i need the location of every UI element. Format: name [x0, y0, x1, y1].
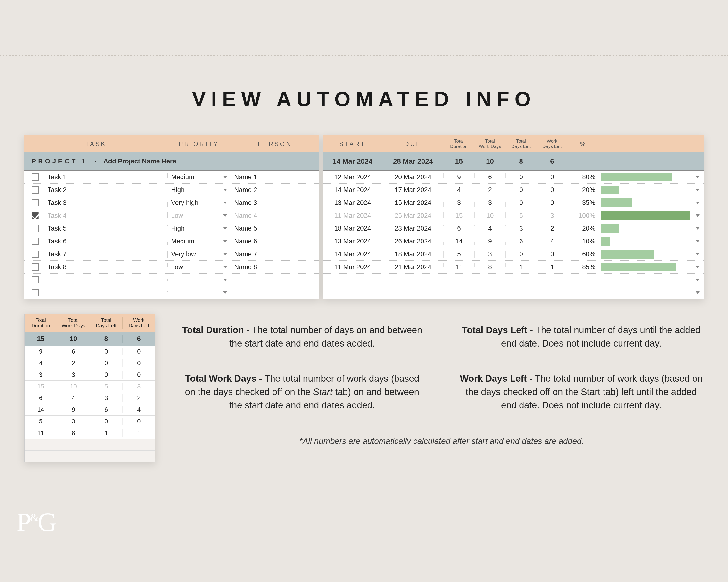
- checkbox[interactable]: [31, 225, 39, 232]
- start-cell[interactable]: 14 Mar 2024: [322, 186, 383, 194]
- task-cell[interactable]: Task 5: [46, 225, 167, 232]
- task-cell[interactable]: Task 1: [46, 173, 167, 181]
- priority-cell[interactable]: Medium: [167, 173, 231, 181]
- chevron-down-icon[interactable]: [223, 201, 227, 204]
- checkbox[interactable]: [31, 199, 39, 206]
- task-cell[interactable]: Task 8: [46, 264, 167, 271]
- project-work-days-left: 6: [537, 157, 568, 165]
- checkbox[interactable]: [31, 250, 39, 258]
- person-cell[interactable]: Name 3: [231, 199, 319, 206]
- total-duration-cell: 4: [443, 186, 474, 194]
- chevron-down-icon[interactable]: [696, 176, 700, 178]
- project-total-work-days: 10: [474, 157, 505, 165]
- chevron-down-icon[interactable]: [223, 227, 227, 230]
- explain-total-work-days: Total Work Days - The total number of wo…: [180, 372, 425, 412]
- task-cell[interactable]: Task 7: [46, 250, 167, 258]
- start-cell[interactable]: 18 Mar 2024: [322, 225, 383, 232]
- start-cell[interactable]: 14 Mar 2024: [322, 250, 383, 258]
- total-days-left-cell: 1: [505, 264, 537, 271]
- priority-cell[interactable]: Low: [167, 212, 231, 219]
- header-due: DUE: [383, 140, 443, 147]
- due-cell[interactable]: 17 Mar 2024: [383, 186, 443, 194]
- table-row: 11 Mar 2024 21 Mar 2024 11 8 1 1 85%: [322, 261, 704, 274]
- person-cell[interactable]: Name 2: [231, 186, 319, 194]
- project-sep: -: [95, 158, 97, 165]
- checkbox[interactable]: [31, 173, 39, 181]
- person-cell[interactable]: Name 7: [231, 250, 319, 258]
- chevron-down-icon[interactable]: [223, 253, 227, 255]
- priority-cell[interactable]: Medium: [167, 238, 231, 245]
- priority-cell[interactable]: Very low: [167, 250, 231, 258]
- chevron-down-icon[interactable]: [696, 266, 700, 268]
- chevron-down-icon[interactable]: [696, 227, 700, 230]
- chevron-down-icon[interactable]: [223, 214, 227, 217]
- person-cell[interactable]: Name 8: [231, 264, 319, 271]
- start-cell[interactable]: 11 Mar 2024: [322, 212, 383, 219]
- person-cell[interactable]: Name 4: [231, 212, 319, 219]
- mini-header: TotalDuration TotalWork Days TotalDays L…: [25, 314, 155, 332]
- person-cell[interactable]: Name 6: [231, 238, 319, 245]
- chevron-down-icon[interactable]: [696, 292, 700, 294]
- chevron-down-icon[interactable]: [223, 279, 227, 281]
- task-cell[interactable]: Task 6: [46, 238, 167, 245]
- priority-cell[interactable]: High: [167, 225, 231, 232]
- due-cell[interactable]: 21 Mar 2024: [383, 264, 443, 271]
- total-work-days-cell: 4: [474, 225, 505, 232]
- chevron-down-icon[interactable]: [696, 253, 700, 255]
- person-cell[interactable]: Name 5: [231, 225, 319, 232]
- mini-row: 151053: [25, 381, 155, 392]
- chevron-down-icon[interactable]: [223, 189, 227, 191]
- start-cell[interactable]: 11 Mar 2024: [322, 264, 383, 271]
- task-cell[interactable]: Task 3: [46, 199, 167, 206]
- person-cell[interactable]: Name 1: [231, 173, 319, 181]
- due-cell[interactable]: 18 Mar 2024: [383, 250, 443, 258]
- due-cell[interactable]: 15 Mar 2024: [383, 199, 443, 206]
- percent-cell: 80%: [568, 173, 599, 181]
- priority-cell[interactable]: Low: [167, 264, 231, 271]
- total-duration-cell: 15: [443, 212, 474, 219]
- mini-summary-wdl: 6: [123, 335, 155, 343]
- task-cell[interactable]: Task 2: [46, 186, 167, 194]
- due-cell[interactable]: 26 Mar 2024: [383, 238, 443, 245]
- mini-row: [25, 450, 155, 462]
- chevron-down-icon[interactable]: [696, 189, 700, 191]
- priority-cell[interactable]: [167, 279, 231, 281]
- checkbox[interactable]: [31, 186, 39, 194]
- chevron-down-icon[interactable]: [696, 201, 700, 204]
- start-cell[interactable]: 12 Mar 2024: [322, 173, 383, 181]
- chevron-down-icon[interactable]: [223, 292, 227, 294]
- mini-summary-td: 15: [25, 335, 57, 343]
- due-cell[interactable]: 23 Mar 2024: [383, 225, 443, 232]
- priority-cell[interactable]: High: [167, 186, 231, 194]
- due-cell[interactable]: 20 Mar 2024: [383, 173, 443, 181]
- logo: P & G: [17, 509, 57, 535]
- chevron-down-icon[interactable]: [696, 279, 700, 281]
- chevron-down-icon[interactable]: [223, 240, 227, 243]
- table-row: [322, 286, 704, 299]
- checkbox[interactable]: [31, 212, 39, 219]
- mini-header-td: TotalDuration: [25, 317, 57, 329]
- explain-wrap: Total Duration - The total number of day…: [180, 314, 704, 446]
- start-cell[interactable]: 13 Mar 2024: [322, 238, 383, 245]
- chevron-down-icon[interactable]: [223, 266, 227, 268]
- checkbox[interactable]: [31, 264, 39, 271]
- due-cell[interactable]: 25 Mar 2024: [383, 212, 443, 219]
- task-cell[interactable]: Task 4: [46, 212, 167, 219]
- total-duration-cell: 9: [443, 173, 474, 181]
- chevron-down-icon[interactable]: [696, 214, 700, 217]
- bar-cell: [599, 237, 691, 246]
- header-work-days-left: WorkDays Left: [537, 138, 568, 149]
- project-total-days-left: 8: [505, 157, 537, 165]
- priority-cell[interactable]: [167, 292, 231, 294]
- checkbox[interactable]: [31, 289, 39, 296]
- priority-cell[interactable]: Very high: [167, 199, 231, 206]
- chevron-down-icon[interactable]: [696, 240, 700, 243]
- percent-cell: 35%: [568, 199, 599, 206]
- checkbox[interactable]: [31, 276, 39, 283]
- bar-cell: [599, 173, 691, 182]
- chevron-down-icon[interactable]: [223, 176, 227, 178]
- start-cell[interactable]: 13 Mar 2024: [322, 199, 383, 206]
- checkbox[interactable]: [31, 238, 39, 245]
- bar-cell: [599, 250, 691, 258]
- top-band: [0, 0, 728, 56]
